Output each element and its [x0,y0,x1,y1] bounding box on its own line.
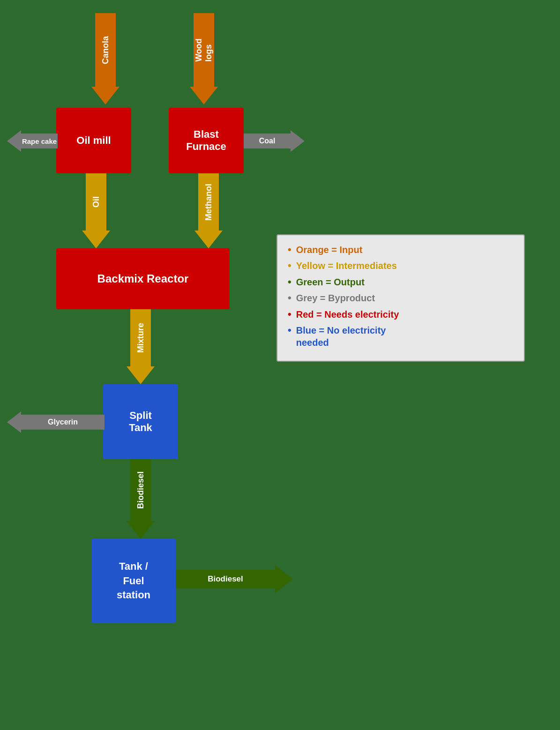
glycerin-arrow: Glycerin [7,411,105,433]
mixture-label: Mixture [136,323,146,353]
oil-label: Oil [91,196,101,208]
tank-fuel-box: Tank /Fuelstation [91,539,176,623]
legend-blue-label: Blue = No electricityneeded [296,324,386,349]
legend-yellow: • Yellow = Intermediates [288,260,514,272]
legend-yellow-label: Yellow = Intermediates [296,260,397,272]
biodiesel-down-label: Biodiesel [136,471,146,509]
legend-blue: • Blue = No electricityneeded [288,324,514,349]
tank-fuel-label: Tank /Fuelstation [117,559,150,603]
rape-cake-label: Rape cake [22,137,57,145]
backmix-reactor-box: Backmix Reactor [56,248,230,309]
oil-arrow: Oil [82,173,110,248]
legend-box: • Orange = Input • Yellow = Intermediate… [276,234,525,362]
split-tank-label: SplitTank [129,410,152,434]
backmix-reactor-label: Backmix Reactor [97,272,189,285]
rape-cake-arrow: Rape cake [7,130,58,152]
methanol-label: Methanol [204,184,214,221]
biodiesel-right-label: Biodiesel [208,574,243,584]
biodiesel-right-arrow: Biodiesel [176,565,293,593]
wood-logs-arrow: Woodlogs [190,13,218,104]
canola-label: Canola [101,36,111,64]
legend-grey: • Grey = Byproduct [288,292,514,304]
wood-logs-label: Woodlogs [194,38,214,62]
coal-label: Coal [259,137,276,145]
oil-mill-box: Oil mill [56,108,131,173]
biodiesel-down-arrow: Biodiesel [127,459,155,539]
methanol-arrow: Methanol [194,173,223,248]
mixture-arrow: Mixture [127,309,155,384]
coal-arrow: Coal [244,130,305,152]
legend-red: • Red = Needs electricity [288,308,514,320]
legend-green: • Green = Output [288,276,514,288]
split-tank-box: SplitTank [103,384,178,459]
blast-furnace-label: BlastFurnace [186,128,226,153]
diagram-container: Canola Woodlogs Oil mill BlastFurnace Ra… [0,0,560,730]
glycerin-label: Glycerin [48,418,78,426]
legend-grey-label: Grey = Byproduct [296,292,375,304]
blast-furnace-box: BlastFurnace [169,108,244,173]
canola-arrow: Canola [91,13,119,104]
legend-red-label: Red = Needs electricity [296,308,399,320]
oil-mill-label: Oil mill [76,134,111,147]
legend-orange: • Orange = Input [288,244,514,256]
legend-orange-label: Orange = Input [296,244,363,256]
legend-green-label: Green = Output [296,276,365,288]
